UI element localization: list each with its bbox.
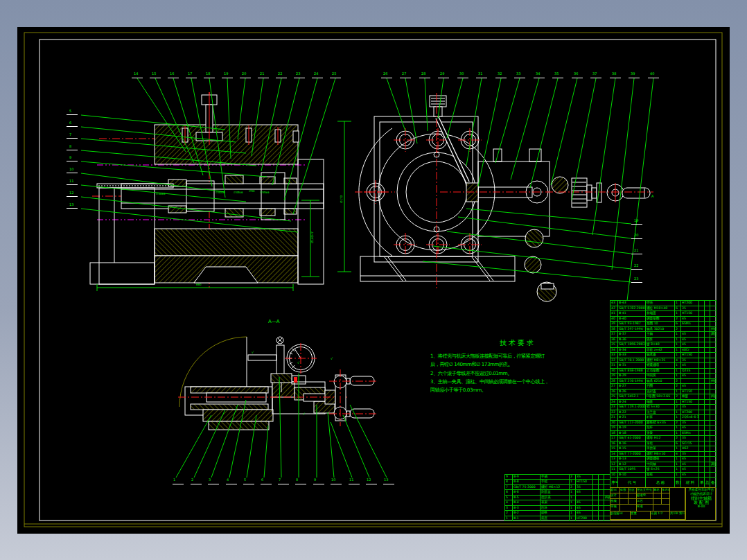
bom-cell: Ⅲ-6	[513, 490, 541, 495]
bom-cell: 1	[675, 457, 681, 462]
balloon-number: 37	[592, 72, 597, 76]
tech-req-line: 1、将镗壳与机床大拖板连接配做可靠后，拧紧紧定螺钉	[430, 352, 605, 360]
title-block-cell: 签名	[653, 488, 662, 493]
title-block-titles: 具有柔性车削平台功能的机床设计镗削主轴箱装 配 图Ⅲ-00	[685, 488, 717, 521]
bom-cell	[705, 467, 710, 473]
bom-cell: H62	[681, 446, 699, 452]
balloon-number: 16	[170, 72, 174, 76]
bom-cell: 41	[610, 311, 618, 317]
bom-cell: 45	[576, 490, 593, 495]
bom-cell	[593, 490, 599, 495]
bom-cell: 12	[610, 462, 618, 468]
bom-cell: Ⅲ-19	[618, 426, 646, 431]
title-block: 标记处数分区更改文件号签名年月日设计标准化校核工艺审核批准阶段标记重量比例 1:…	[610, 487, 716, 520]
balloon-underline	[226, 484, 237, 484]
balloon-underline	[438, 78, 449, 78]
bom-cell: Ⅲ-37	[618, 332, 646, 338]
bom-cell	[593, 511, 599, 516]
bom-cell	[710, 415, 717, 421]
bom-cell	[705, 306, 710, 312]
bom-cell: Ⅲ-16	[618, 441, 646, 447]
title-block-cell	[653, 499, 662, 505]
bom-cell	[699, 322, 705, 327]
balloon-underline	[278, 484, 289, 484]
bom-cell: 6	[505, 490, 513, 495]
bom-cell: 34	[610, 348, 618, 353]
bom-cell	[710, 410, 717, 416]
bom-cell: 外购	[710, 379, 717, 385]
bom-cell: 65Mn	[681, 431, 699, 437]
bom-cell	[699, 374, 705, 379]
bom-cell	[593, 500, 599, 505]
bom-cell: Ⅲ-40	[618, 317, 646, 322]
title-block-cell	[620, 505, 637, 511]
bom-cell: Ⅲ-1	[513, 516, 541, 521]
bom-cell: 轴承 30210	[646, 327, 675, 333]
balloon-number: 3	[209, 478, 211, 482]
balloon-number: 11	[349, 478, 353, 482]
bom-table-right: 43Ⅲ-43镗壳1HT20042GB/T 5782-2000螺栓 M10×406…	[610, 300, 717, 478]
balloon-number: 8	[296, 478, 298, 482]
bom-cell: 2	[675, 405, 681, 410]
bom-cell: 35	[681, 436, 699, 441]
balloon-underline	[240, 78, 251, 78]
bom-cell: 45	[681, 384, 699, 390]
title-block-cell	[620, 493, 629, 499]
bom-cell	[699, 384, 705, 390]
bom-cell: 38	[610, 327, 618, 333]
balloon-number: 19	[634, 219, 638, 222]
bom-cell	[699, 338, 705, 343]
cad-drawing-canvas[interactable]: ∅30k6∅40k6∅45k6∅50∅55k6∅140H7660∅173A—AA…	[17, 27, 730, 534]
balloon-underline	[67, 173, 78, 173]
bom-cell: 1	[675, 311, 681, 317]
bom-cell: 1	[570, 506, 576, 511]
bom-cell: 11	[610, 467, 618, 473]
bom-cell	[710, 342, 717, 348]
bom-cell	[699, 379, 705, 385]
bom-cell: 35	[681, 405, 699, 410]
bom-cell: Ⅲ-34	[618, 348, 646, 353]
title-block-cell	[662, 499, 670, 505]
bom-cell: 30	[610, 369, 618, 374]
bom-cell: 轴承 6210	[646, 379, 675, 385]
bom-cell	[705, 431, 710, 437]
balloon-underline	[383, 484, 394, 484]
bom-cell	[710, 384, 717, 390]
title-block-cell	[662, 493, 670, 499]
title-block-cell	[620, 499, 629, 505]
bom-cell: 外购	[710, 327, 717, 333]
bom-cell	[699, 410, 705, 416]
bom-cell: Ⅲ-4	[513, 500, 541, 505]
balloon-underline	[631, 224, 642, 225]
bom-cell: 法兰盘	[646, 410, 675, 416]
balloon-underline	[457, 78, 468, 78]
bom-cell: 6	[675, 322, 681, 327]
balloon-number: 28	[421, 72, 425, 76]
title-block-cell	[629, 499, 637, 505]
balloon-number: 4	[227, 478, 229, 482]
balloon-underline	[331, 484, 342, 484]
bom-cell: 33	[610, 353, 618, 358]
bom-cell: 斜铁	[541, 511, 570, 516]
bom-cell	[710, 426, 717, 431]
bom-cell: 1	[675, 390, 681, 395]
bom-cell: 4	[675, 358, 681, 364]
balloon-number: 21	[260, 72, 264, 76]
bom-cell	[599, 500, 604, 505]
bom-cell	[710, 452, 717, 457]
bom-table-left-extension: 9Ⅲ-9手柄2358Ⅲ-8手轮1HT1507GB/T 75-2000螺钉 M6×…	[504, 474, 610, 521]
bom-cell: 前端盖	[646, 311, 675, 317]
bom-cell: Ⅲ-9	[513, 475, 541, 480]
bom-cell: 42	[610, 306, 618, 312]
bom-cell: 滚柱	[646, 441, 675, 447]
bom-cell	[710, 301, 717, 306]
bom-cell: 名 称	[646, 478, 675, 488]
bom-cell	[710, 353, 717, 358]
bom-cell: 45	[576, 511, 593, 516]
bom-cell: 代 号	[618, 478, 646, 488]
balloon-number: 5	[244, 478, 246, 482]
bom-cell: 20	[610, 421, 618, 426]
bom-cell	[710, 436, 717, 441]
balloon-underline	[243, 484, 254, 484]
balloon-number: 25	[332, 72, 336, 76]
